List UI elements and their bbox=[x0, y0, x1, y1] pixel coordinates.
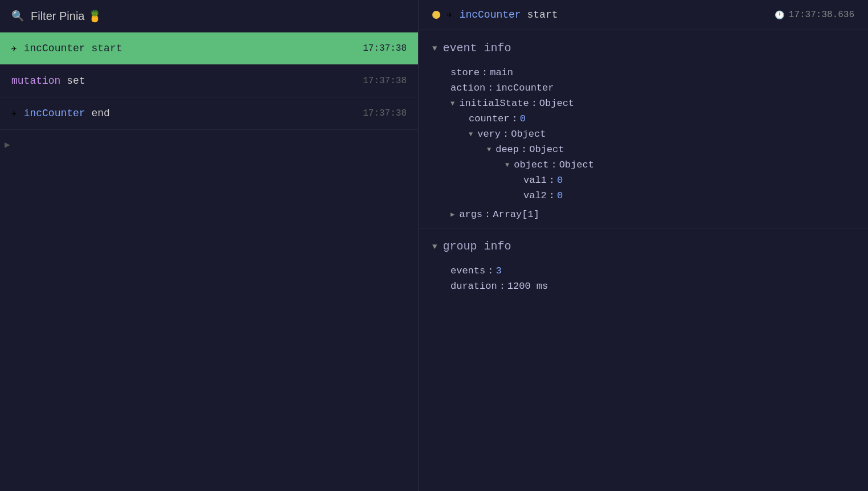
tree-colon: : bbox=[551, 159, 556, 170]
tree-value-deep: Object bbox=[529, 144, 564, 155]
tree-colon: : bbox=[511, 113, 517, 124]
header-time: 🕐 17:37:38.636 bbox=[775, 10, 854, 20]
tree-events-row: events : 3 bbox=[451, 263, 854, 279]
event-name: set bbox=[67, 75, 85, 87]
event-keyword: incCounter bbox=[24, 43, 85, 54]
header-event-name: start bbox=[527, 9, 558, 21]
event-keyword: mutation bbox=[11, 75, 60, 87]
event-time: 17:37:38 bbox=[363, 43, 407, 54]
right-header-left: ✈️ incCounter start bbox=[432, 9, 558, 21]
event-item-mutation-set[interactable]: mutation set 17:37:38 bbox=[0, 65, 418, 97]
tree-colon: : bbox=[521, 144, 527, 155]
tree-key-counter: counter bbox=[469, 113, 509, 124]
search-input[interactable]: Filter Pinia 🍍 bbox=[31, 9, 102, 23]
tree-object-row: ▼ object : Object bbox=[505, 157, 854, 173]
tree-value-very: Object bbox=[511, 129, 546, 140]
expand-object-icon[interactable]: ▼ bbox=[505, 161, 509, 169]
tree-value-initial-state: Object bbox=[539, 98, 574, 109]
tree-colon: : bbox=[531, 98, 537, 109]
group-info-header: ▼ group info bbox=[432, 240, 854, 253]
tree-key-object: object bbox=[514, 159, 548, 170]
sidebar-collapse: ▶ bbox=[0, 130, 418, 159]
expand-event-info-icon[interactable]: ▼ bbox=[432, 44, 437, 53]
header-action-icon: ✈️ bbox=[447, 9, 453, 21]
action-icon: ✈️ bbox=[11, 108, 17, 119]
tree-key-args: args bbox=[459, 209, 482, 220]
event-label: incCounter start bbox=[24, 43, 122, 54]
tree-colon: : bbox=[549, 190, 555, 201]
right-panel: ✈️ incCounter start 🕐 17:37:38.636 ▼ eve… bbox=[419, 0, 868, 491]
tree-counter-row: counter : 0 bbox=[469, 111, 854, 126]
event-list: ✈️ incCounter start 17:37:38 mutation se… bbox=[0, 32, 418, 491]
tree-colon: : bbox=[549, 175, 555, 186]
tree-key-events: events bbox=[451, 265, 485, 276]
event-item-left: ✈️ incCounter start bbox=[11, 43, 122, 54]
left-panel: 🔍 Filter Pinia 🍍 ✈️ incCounter start 17:… bbox=[0, 0, 419, 491]
tree-val2-row: val2 : 0 bbox=[523, 188, 854, 203]
event-info-title: event info bbox=[443, 42, 511, 55]
event-name: end bbox=[91, 108, 109, 119]
tree-value-events: 3 bbox=[496, 265, 501, 276]
event-time: 17:37:38 bbox=[363, 108, 407, 118]
event-item-inc-counter-end[interactable]: ✈️ incCounter end 17:37:38 bbox=[0, 97, 418, 130]
event-item-left: mutation set bbox=[11, 75, 85, 87]
expand-initial-state-icon[interactable]: ▼ bbox=[451, 100, 455, 108]
tree-colon: : bbox=[499, 281, 505, 292]
tree-key-deep: deep bbox=[496, 144, 519, 155]
expand-very-icon[interactable]: ▼ bbox=[469, 130, 473, 138]
tree-val1-row: val1 : 0 bbox=[523, 173, 854, 188]
tree-key-initial-state: initialState bbox=[459, 98, 529, 109]
tree-key-very: very bbox=[477, 129, 501, 140]
tree-store-row: store : main bbox=[451, 65, 854, 80]
tree-action-row: action : incCounter bbox=[451, 80, 854, 96]
tree-key-action: action bbox=[451, 83, 485, 93]
tree-value-val2: 0 bbox=[557, 190, 563, 201]
tree-deep-row: ▼ deep : Object bbox=[487, 142, 854, 157]
tree-key-val2: val2 bbox=[523, 190, 547, 201]
header-event-label: incCounter start bbox=[460, 9, 558, 21]
event-item-inc-counter-start[interactable]: ✈️ incCounter start 17:37:38 bbox=[0, 32, 418, 65]
right-header: ✈️ incCounter start 🕐 17:37:38.636 bbox=[419, 0, 868, 30]
expand-deep-icon[interactable]: ▼ bbox=[487, 146, 491, 154]
expand-args-icon[interactable]: ▶ bbox=[451, 210, 455, 219]
tree-key-val1: val1 bbox=[523, 175, 547, 186]
status-dot bbox=[432, 11, 440, 19]
tree-initial-state-row: ▼ initialState : Object bbox=[451, 96, 854, 111]
tree-duration-row: duration : 1200 ms bbox=[451, 279, 854, 294]
tree-key-store: store bbox=[451, 67, 480, 78]
tree-args-row: ▶ args : Array[1] bbox=[451, 207, 854, 222]
tree-colon: : bbox=[488, 265, 493, 276]
tree-value-store: main bbox=[490, 67, 513, 78]
tree-value-args: Array[1] bbox=[493, 209, 539, 220]
tree-colon: : bbox=[485, 209, 490, 220]
tree-colon: : bbox=[488, 83, 493, 93]
event-time: 17:37:38 bbox=[363, 76, 407, 86]
expand-group-info-icon[interactable]: ▼ bbox=[432, 242, 437, 251]
event-name: start bbox=[91, 43, 122, 54]
tree-value-object: Object bbox=[559, 159, 594, 170]
event-keyword: incCounter bbox=[24, 108, 85, 119]
tree-colon: : bbox=[503, 129, 509, 140]
header-event-keyword: incCounter bbox=[460, 9, 521, 21]
group-info-title: group info bbox=[443, 240, 511, 253]
event-info-header: ▼ event info bbox=[432, 42, 854, 55]
tree-value-duration: 1200 ms bbox=[507, 281, 548, 292]
tree-very-row: ▼ very : Object bbox=[469, 126, 854, 142]
clock-icon: 🕐 bbox=[775, 10, 784, 20]
event-label: mutation set bbox=[11, 75, 85, 87]
header-timestamp: 17:37:38.636 bbox=[789, 10, 854, 20]
event-item-left: ✈️ incCounter end bbox=[11, 108, 110, 119]
tree-value-counter: 0 bbox=[520, 113, 526, 124]
tree-key-duration: duration bbox=[451, 281, 497, 292]
tree-value-val1: 0 bbox=[557, 175, 563, 186]
collapse-arrow-icon[interactable]: ▶ bbox=[5, 139, 10, 150]
event-info-section: ▼ event info store : main action : incCo… bbox=[419, 30, 868, 228]
tree-value-action: incCounter bbox=[496, 83, 554, 93]
search-bar[interactable]: 🔍 Filter Pinia 🍍 bbox=[0, 0, 418, 32]
tree-colon: : bbox=[482, 67, 488, 78]
action-icon: ✈️ bbox=[11, 43, 17, 54]
group-info-section: ▼ group info events : 3 duration : 1200 … bbox=[419, 228, 868, 305]
search-icon: 🔍 bbox=[11, 10, 24, 22]
event-label: incCounter end bbox=[24, 108, 110, 119]
